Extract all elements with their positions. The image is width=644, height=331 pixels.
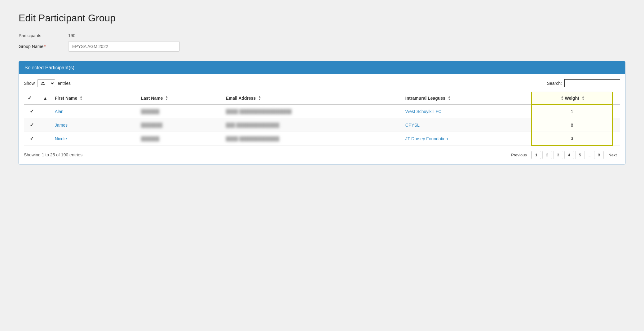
- show-entries-control: Show 10 25 50 100 entries: [24, 79, 71, 87]
- sort-first-name-icon: ▲▼: [80, 95, 82, 101]
- page-ellipsis: …: [586, 151, 593, 159]
- row-up-cell: [39, 104, 51, 118]
- page-8-button[interactable]: 8: [594, 151, 604, 159]
- th-scrollbar: [612, 92, 620, 104]
- required-indicator: *: [44, 44, 46, 49]
- th-up[interactable]: ▲: [39, 92, 51, 104]
- participants-value: 190: [68, 33, 75, 38]
- form-section: Participants 190 Group Name*: [19, 33, 625, 52]
- show-label: Show: [24, 81, 35, 86]
- sort-last-name-icon: ▲▼: [165, 95, 168, 101]
- select-all-checkbox[interactable]: ✓: [28, 95, 32, 101]
- row-weight: 3: [532, 132, 612, 146]
- row-weight: 1: [532, 104, 612, 118]
- row-weight: 8: [532, 118, 612, 132]
- row-up-cell: [39, 118, 51, 132]
- row-last-name: ██████: [137, 104, 222, 118]
- row-checkbox-cell[interactable]: ✓: [24, 104, 39, 118]
- row-checkbox[interactable]: ✓: [30, 109, 34, 114]
- th-last-name[interactable]: Last Name ▲▼: [137, 92, 222, 104]
- entries-select[interactable]: 10 25 50 100: [37, 79, 55, 87]
- table-row: ✓ Alan ██████ ████ █████████████████ Wes…: [24, 104, 620, 118]
- row-checkbox-cell[interactable]: ✓: [24, 118, 39, 132]
- panel-body: Show 10 25 50 100 entries Search: ✓: [19, 74, 625, 164]
- participants-label: Participants: [19, 33, 68, 38]
- th-email[interactable]: Email Address ▲▼: [222, 92, 402, 104]
- row-scroll-spacer: [612, 104, 620, 118]
- entries-label: entries: [58, 81, 71, 86]
- page-4-button[interactable]: 4: [564, 151, 574, 159]
- row-first-name: Alan: [51, 104, 137, 118]
- participants-panel: Selected Participant(s) Show 10 25 50 10…: [19, 61, 625, 164]
- next-button[interactable]: Next: [605, 151, 620, 159]
- table-row: ✓ James ███████ ███ ██████████████ CPYSL…: [24, 118, 620, 132]
- row-checkbox[interactable]: ✓: [30, 122, 34, 128]
- table-body: ✓ Alan ██████ ████ █████████████████ Wes…: [24, 104, 620, 146]
- group-name-row: Group Name*: [19, 41, 625, 52]
- pagination: Previous 1 2 3 4 5 … 8 Next: [508, 151, 620, 159]
- th-checkbox[interactable]: ✓: [24, 92, 39, 104]
- row-checkbox-cell[interactable]: ✓: [24, 132, 39, 146]
- table-row: ✓ Nicole ██████ ████ █████████████ JT Do…: [24, 132, 620, 146]
- row-scroll-spacer: [612, 118, 620, 132]
- row-leagues: CPYSL: [402, 118, 532, 132]
- row-checkbox[interactable]: ✓: [30, 136, 34, 141]
- th-weight[interactable]: ▲▼ Weight ▲▼: [532, 92, 612, 104]
- group-name-input[interactable]: [68, 41, 180, 52]
- row-up-cell: [39, 132, 51, 146]
- showing-text: Showing 1 to 25 of 190 entries: [24, 152, 82, 157]
- table-controls: Show 10 25 50 100 entries Search:: [24, 79, 620, 87]
- page-2-button[interactable]: 2: [542, 151, 552, 159]
- row-email: ████ █████████████████: [222, 104, 402, 118]
- row-leagues: JT Dorsey Foundation: [402, 132, 532, 146]
- table-footer: Showing 1 to 25 of 190 entries Previous …: [24, 151, 620, 159]
- sort-email-icon: ▲▼: [258, 95, 261, 101]
- page-1-button[interactable]: 1: [532, 151, 541, 159]
- row-leagues: West Schuylkill FC: [402, 104, 532, 118]
- sort-weight-icon-up: ▲▼: [561, 95, 564, 101]
- panel-header: Selected Participant(s): [19, 61, 625, 74]
- row-email: ███ ██████████████: [222, 118, 402, 132]
- page-5-button[interactable]: 5: [575, 151, 585, 159]
- table-header-row: ✓ ▲ First Name ▲▼ Last Name: [24, 92, 620, 104]
- th-leagues[interactable]: Intramural Leagues ▲▼: [402, 92, 532, 104]
- participants-row: Participants 190: [19, 33, 625, 38]
- page-title: Edit Participant Group: [19, 12, 625, 24]
- row-last-name: ███████: [137, 118, 222, 132]
- sort-weight-icon-down: ▲▼: [582, 95, 584, 101]
- row-first-name: James: [51, 118, 137, 132]
- search-label: Search:: [547, 81, 562, 86]
- th-first-name[interactable]: First Name ▲▼: [51, 92, 137, 104]
- previous-button[interactable]: Previous: [508, 151, 530, 159]
- row-last-name: ██████: [137, 132, 222, 146]
- row-email: ████ █████████████: [222, 132, 402, 146]
- participants-table: ✓ ▲ First Name ▲▼ Last Name: [24, 92, 620, 146]
- group-name-label: Group Name*: [19, 44, 68, 49]
- row-scroll-spacer: [612, 132, 620, 146]
- search-control: Search:: [547, 79, 620, 87]
- row-first-name: Nicole: [51, 132, 137, 146]
- search-input[interactable]: [564, 79, 620, 87]
- page-3-button[interactable]: 3: [553, 151, 563, 159]
- sort-leagues-icon: ▲▼: [448, 95, 451, 101]
